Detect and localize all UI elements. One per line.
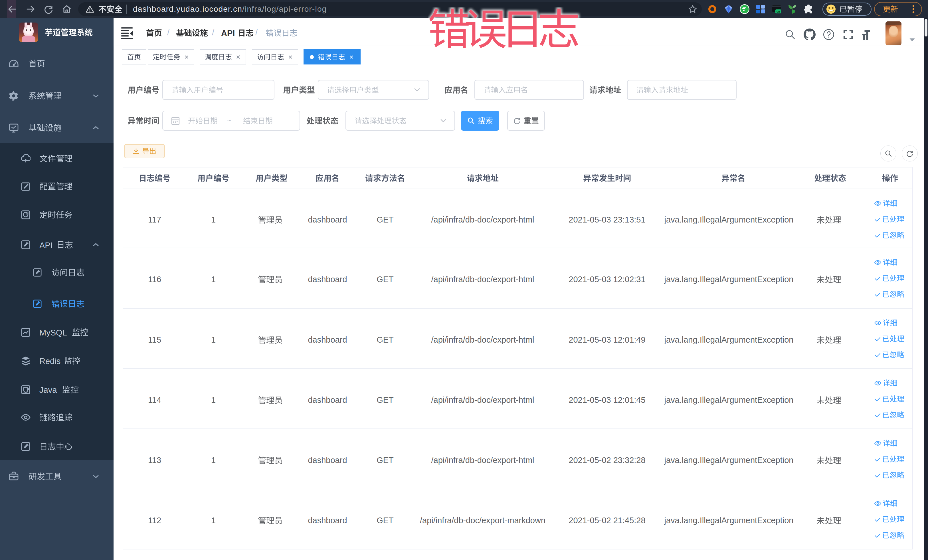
svg-text:on: on [777,10,780,13]
